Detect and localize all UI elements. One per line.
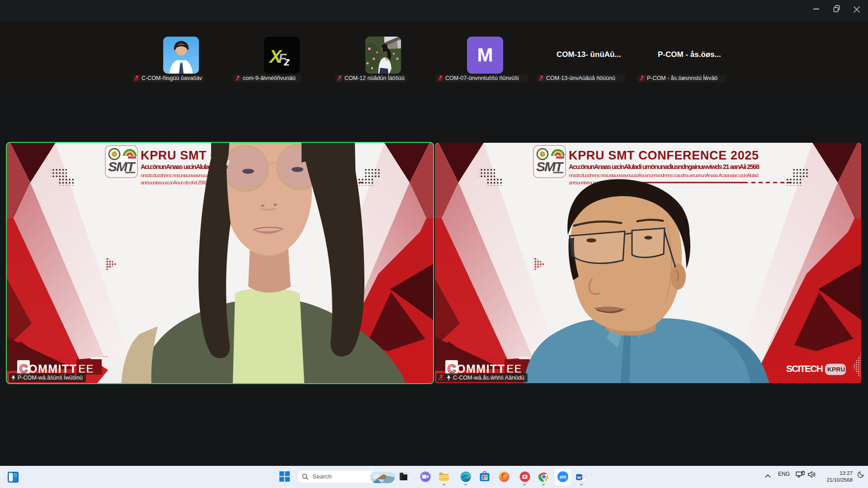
svg-text:SCITECH: SCITECH bbox=[786, 363, 823, 374]
svg-text:W: W bbox=[577, 475, 581, 480]
svg-text:Acu:önunAnaas ua:inAluladi urn: Acu:önunAnaas ua:inAluladi urnönunadiusn… bbox=[569, 163, 760, 170]
svg-text:anrsuuniseuua:unAnun ds:ohd 25: anrsuuniseuua:unAnun ds:ohd 2568 bbox=[141, 180, 208, 185]
svg-text:nnsds:duodnnns nnsuniauowavnuu: nnsds:duodnnns nnsuniauowavnuua:iAsvvnun… bbox=[569, 173, 759, 178]
svg-text:KPRU SMT CONFERENCE 2025: KPRU SMT CONFERENCE 2025 bbox=[569, 149, 759, 162]
svg-text:zm: zm bbox=[559, 474, 566, 479]
svg-text:KPRU: KPRU bbox=[827, 366, 845, 373]
